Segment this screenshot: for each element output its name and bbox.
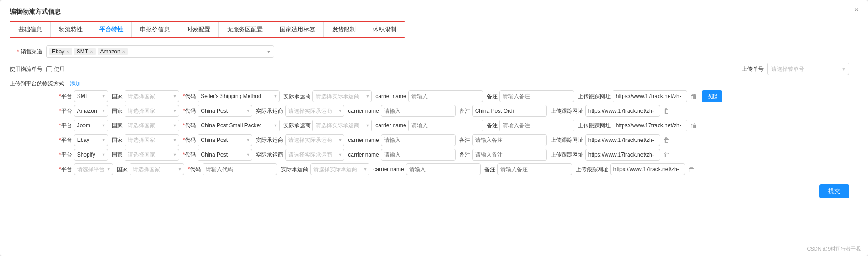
code-select-4[interactable]: China Post ▼ <box>198 149 252 161</box>
platform-select-2-arrow: ▼ <box>102 123 106 128</box>
sales-channel-input[interactable]: Ebay × SMT × Amazon × ▼ <box>46 45 274 58</box>
carrier-name-label-1: carrier name <box>348 108 379 114</box>
tag-amazon-close[interactable]: × <box>122 49 125 54</box>
carrier-name-input-1[interactable] <box>381 105 456 117</box>
table-row: 平台 请选择平台 ▼ 国家 请选择国家 ▼ 代码 实际承运商 请选择实际承运商 … <box>59 163 858 175</box>
url-input-3[interactable] <box>585 134 660 146</box>
code-select-4-arrow: ▼ <box>246 152 250 157</box>
carrier-select-0[interactable]: 请选择实际承运商 ▼ <box>312 90 372 102</box>
note-input-5[interactable] <box>497 163 572 175</box>
carrier-name-input-3[interactable] <box>381 134 456 146</box>
collapse-btn-0[interactable]: 收起 <box>702 90 722 102</box>
submit-button[interactable]: 提交 <box>819 184 849 198</box>
code-input-5[interactable] <box>203 163 277 175</box>
tab-country[interactable]: 国家适用标签 <box>271 22 324 37</box>
table-row: 平台 SMT ▼ 国家 请选择国家 ▼ 代码 Seller's Shipping… <box>59 90 858 102</box>
country-select-5[interactable]: 请选择国家 ▼ <box>130 163 184 175</box>
carrier-name-input-4[interactable] <box>381 149 456 161</box>
upload-tracking-select[interactable]: 请选择转单号 ▼ <box>767 63 849 75</box>
carrier-select-1[interactable]: 请选择实际承运商 ▼ <box>285 105 344 117</box>
platform-select-4-arrow: ▼ <box>102 152 106 157</box>
delete-btn-3[interactable]: 🗑 <box>662 136 671 145</box>
country-select-1[interactable]: 请选择国家 ▼ <box>125 105 179 117</box>
note-label-2: 备注 <box>487 122 498 130</box>
carrier-label-3: 实际承运商 <box>256 136 283 144</box>
country-label-0: 国家 <box>112 93 123 100</box>
note-input-1[interactable] <box>472 105 547 117</box>
carrier-name-label-4: carrier name <box>348 152 379 158</box>
carrier-select-4[interactable]: 请选择实际承运商 ▼ <box>285 149 344 161</box>
url-input-1[interactable] <box>585 105 660 117</box>
platform-select-4[interactable]: Shopify ▼ <box>74 149 108 161</box>
tab-logistics[interactable]: 物流特性 <box>51 22 91 37</box>
platform-select-1[interactable]: Amazon ▼ <box>74 105 108 117</box>
delete-btn-2[interactable]: 🗑 <box>689 121 698 130</box>
tag-ebay-close[interactable]: × <box>66 49 69 54</box>
country-label-1: 国家 <box>112 107 123 115</box>
tab-platform[interactable]: 平台特性 <box>91 22 132 37</box>
tab-noservice[interactable]: 无服务区配置 <box>219 22 271 37</box>
url-input-4[interactable] <box>585 149 660 161</box>
logistics-number-checkbox[interactable] <box>46 66 52 72</box>
platform-select-5[interactable]: 请选择平台 ▼ <box>74 163 113 175</box>
country-select-4[interactable]: 请选择国家 ▼ <box>125 149 179 161</box>
sales-channel-label: 销售渠道 <box>10 48 46 56</box>
delete-btn-4[interactable]: 🗑 <box>662 150 671 159</box>
code-select-0[interactable]: Seller's Shipping Method ▼ <box>198 90 280 102</box>
code-select-3[interactable]: China Post ▼ <box>198 134 252 146</box>
platform-methods-rows: 平台 SMT ▼ 国家 请选择国家 ▼ 代码 Seller's Shipping… <box>59 90 858 175</box>
note-label-3: 备注 <box>459 136 470 144</box>
platform-label-4: 平台 <box>59 151 72 159</box>
tag-smt: SMT × <box>74 48 96 55</box>
carrier-select-5[interactable]: 请选择实际承运商 ▼ <box>310 163 369 175</box>
carrier-label-5: 实际承运商 <box>281 166 308 173</box>
delete-btn-5[interactable]: 🗑 <box>687 165 696 174</box>
carrier-select-3[interactable]: 请选择实际承运商 ▼ <box>285 134 344 146</box>
tab-declaration[interactable]: 申报价信息 <box>132 22 178 37</box>
country-select-3[interactable]: 请选择国家 ▼ <box>125 134 179 146</box>
platform-select-1-arrow: ▼ <box>102 109 106 113</box>
tab-shipment[interactable]: 发货限制 <box>324 22 364 37</box>
code-label-0: 代码 <box>183 93 196 100</box>
upload-tracking-row: 上传单号 请选择转单号 ▼ <box>742 63 849 75</box>
code-label-1: 代码 <box>183 107 196 115</box>
url-input-2[interactable] <box>613 120 687 131</box>
platform-select-0[interactable]: SMT ▼ <box>74 90 108 102</box>
url-input-5[interactable] <box>610 163 685 175</box>
carrier-name-label-2: carrier name <box>375 122 406 129</box>
carrier-name-input-5[interactable] <box>406 163 481 175</box>
country-placeholder-3: 请选择国家 <box>128 136 155 144</box>
carrier-select-2[interactable]: 请选择实际承运商 ▼ <box>312 120 372 131</box>
platform-select-2[interactable]: Joom ▼ <box>74 120 108 131</box>
delete-btn-1[interactable]: 🗑 <box>662 106 671 115</box>
note-input-0[interactable] <box>499 90 574 102</box>
code-select-0-arrow: ▼ <box>273 94 277 99</box>
platform-methods-section: 上传到平台的物流方式 添加 平台 SMT ▼ 国家 请选择国家 ▼ 代码 Sel… <box>10 80 858 175</box>
add-platform-method-button[interactable]: 添加 <box>68 80 83 88</box>
country-select-3-arrow: ▼ <box>173 138 177 142</box>
country-select-2[interactable]: 请选择国家 ▼ <box>125 120 179 131</box>
code-select-1-arrow: ▼ <box>246 109 250 113</box>
modal-container: 编辑物流方式信息 × 基础信息物流特性平台特性申报价信息时效配置无服务区配置国家… <box>0 0 868 256</box>
carrier-select-2-arrow: ▼ <box>365 123 369 128</box>
note-input-2[interactable] <box>499 120 574 131</box>
code-select-2[interactable]: China Post Small Packet ▼ <box>198 120 280 131</box>
tag-smt-close[interactable]: × <box>90 49 93 54</box>
close-button[interactable]: × <box>854 6 858 14</box>
note-input-4[interactable] <box>472 149 547 161</box>
delete-btn-0[interactable]: 🗑 <box>689 92 698 101</box>
country-select-0[interactable]: 请选择国家 ▼ <box>125 90 179 102</box>
code-select-1[interactable]: China Post ▼ <box>198 105 252 117</box>
logistics-number-row: 使用物流单号 使用 <box>10 65 65 73</box>
note-input-3[interactable] <box>472 134 547 146</box>
tab-volume[interactable]: 体积限制 <box>364 22 405 37</box>
tab-timelimit[interactable]: 时效配置 <box>178 22 219 37</box>
carrier-label-0: 实际承运商 <box>283 93 311 100</box>
platform-select-3[interactable]: Ebay ▼ <box>74 134 108 146</box>
carrier-name-input-2[interactable] <box>408 120 483 131</box>
carrier-placeholder-4: 请选择实际承运商 <box>288 151 332 159</box>
url-input-0[interactable] <box>613 90 687 102</box>
url-label-4: 上传跟踪网址 <box>551 151 583 159</box>
carrier-name-input-0[interactable] <box>408 90 483 102</box>
tab-basic[interactable]: 基础信息 <box>10 22 51 37</box>
